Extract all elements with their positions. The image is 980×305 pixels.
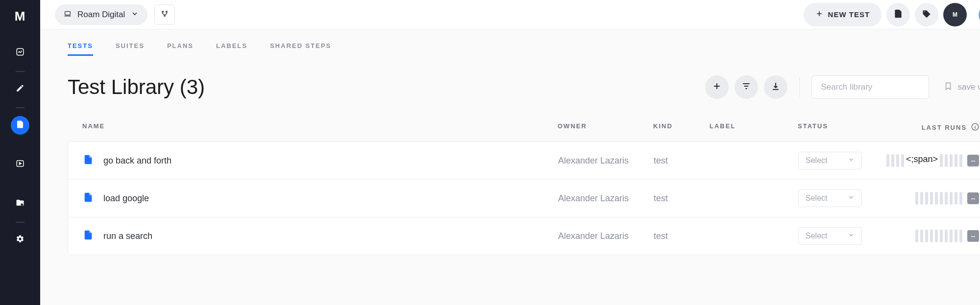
tag-icon	[922, 9, 931, 21]
test-kind: test	[654, 156, 710, 166]
sidebar-separator	[16, 71, 24, 72]
new-test-button[interactable]: NEW TEST	[804, 3, 882, 26]
status-select[interactable]: Select	[798, 152, 862, 169]
document-icon	[16, 120, 24, 131]
tab-shared-steps[interactable]: SHARED STEPS	[270, 42, 331, 56]
pencil-icon	[16, 84, 24, 94]
document-icon	[83, 192, 94, 205]
tests-table: NAME OWNER KIND LABEL STATUS LAST RUNS	[68, 114, 980, 255]
app-logo: M	[15, 9, 26, 24]
gear-icon	[16, 235, 24, 245]
document-icon	[83, 230, 94, 243]
tabs: TESTS SUITES PLANS LABELS SHARED STEPS	[68, 42, 980, 56]
chevron-down-icon	[131, 10, 139, 20]
svg-point-6	[164, 15, 166, 16]
document-icon	[893, 9, 903, 21]
tab-tests[interactable]: TESTS	[68, 42, 93, 56]
sidebar-separator	[16, 222, 24, 223]
test-owner: Alexander Lazaris	[558, 231, 654, 241]
tab-plans[interactable]: PLANS	[167, 42, 194, 56]
col-owner: OWNER	[558, 122, 653, 133]
branch-button[interactable]	[154, 4, 175, 25]
svg-rect-3	[65, 11, 71, 15]
svg-point-5	[166, 11, 168, 12]
tab-suites[interactable]: SUITES	[116, 42, 145, 56]
col-status: STATUS	[798, 122, 886, 133]
folder-gear-icon	[16, 198, 24, 209]
app-switcher-button[interactable]: M	[943, 3, 967, 26]
test-kind: test	[654, 193, 710, 204]
download-button[interactable]	[764, 75, 787, 99]
add-button[interactable]	[705, 75, 729, 99]
sidebar: M	[0, 0, 40, 305]
laptop-icon	[64, 10, 72, 20]
page-title: Test Library (3)	[68, 75, 205, 99]
sidebar-item-config[interactable]	[11, 194, 29, 213]
project-selector[interactable]: Roam Digital	[55, 4, 147, 25]
info-icon[interactable]	[971, 122, 980, 133]
user-avatar[interactable]	[978, 4, 980, 25]
table-body: go back and forth Alexander Lazaris test…	[68, 141, 980, 255]
col-label: LABEL	[710, 122, 798, 133]
svg-point-4	[162, 11, 164, 12]
branch-icon	[161, 10, 169, 20]
chart-icon	[16, 47, 24, 58]
sidebar-item-runner[interactable]	[11, 155, 29, 174]
new-test-label: NEW TEST	[828, 10, 870, 19]
run-badge: --	[967, 192, 979, 204]
download-icon	[771, 81, 781, 93]
chevron-down-icon	[848, 194, 855, 203]
library-header: Test Library (3)	[68, 75, 980, 99]
run-history-bars	[915, 192, 962, 205]
filter-icon	[741, 81, 751, 93]
filter-button[interactable]	[735, 75, 758, 99]
bookmark-icon	[944, 82, 953, 93]
notifications-button[interactable]	[915, 3, 938, 26]
run-history-bars: <;span>	[886, 154, 962, 167]
table-header: NAME OWNER KIND LABEL STATUS LAST RUNS	[68, 114, 980, 141]
document-icon	[83, 154, 94, 167]
sidebar-separator	[16, 107, 24, 108]
project-name: Roam Digital	[77, 10, 125, 20]
test-name: go back and forth	[103, 156, 172, 166]
save-view-label: save view	[957, 82, 980, 92]
chevron-down-icon	[848, 232, 855, 240]
test-owner: Alexander Lazaris	[558, 156, 654, 166]
save-view-button[interactable]: save view	[944, 82, 980, 93]
sidebar-item-editor[interactable]	[11, 80, 29, 98]
test-owner: Alexander Lazaris	[558, 193, 654, 204]
divider	[799, 77, 800, 97]
run-history-bars	[915, 230, 962, 242]
sidebar-item-library[interactable]	[11, 116, 29, 135]
table-row[interactable]: go back and forth Alexander Lazaris test…	[68, 142, 980, 180]
docs-button[interactable]	[886, 3, 910, 26]
tab-labels[interactable]: LABELS	[216, 42, 247, 56]
col-name: NAME	[82, 122, 558, 133]
app-icon: M	[953, 11, 957, 18]
search-input[interactable]	[811, 75, 929, 99]
col-last-runs: LAST RUNS	[886, 122, 980, 133]
test-name: run a search	[103, 231, 152, 241]
plus-icon	[712, 81, 722, 93]
test-name: load google	[103, 193, 149, 204]
status-select[interactable]: Select	[798, 189, 862, 207]
sidebar-item-settings[interactable]	[11, 231, 29, 249]
status-select[interactable]: Select	[798, 227, 862, 245]
chevron-down-icon	[848, 156, 855, 165]
test-kind: test	[654, 231, 710, 241]
topbar: Roam Digital NEW TEST	[40, 0, 980, 29]
plus-icon	[815, 10, 823, 19]
table-row[interactable]: run a search Alexander Lazaris test Sele…	[68, 217, 980, 255]
run-badge: --	[967, 230, 979, 242]
play-icon	[16, 159, 24, 170]
svg-point-2	[21, 204, 24, 206]
table-row[interactable]: load google Alexander Lazaris test Selec…	[68, 180, 980, 217]
run-badge: --	[967, 155, 979, 166]
sidebar-item-dashboard[interactable]	[11, 44, 29, 62]
col-kind: KIND	[653, 122, 710, 133]
